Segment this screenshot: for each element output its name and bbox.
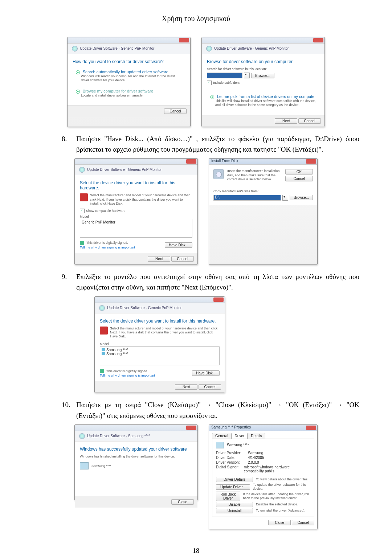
cancel-button[interactable]: Cancel	[171, 256, 194, 262]
step-text: Πατήστε με τη σειρά "Close (Κλείσιμο)" →…	[76, 399, 359, 421]
device-name: Samsung ****	[91, 464, 111, 468]
monitor-icon	[102, 352, 105, 355]
crumb-text: Update Driver Software - Generic PnP Mon…	[80, 46, 154, 50]
dialog-search-method: Update Driver Software - Generic PnP Mon…	[67, 37, 191, 127]
dialog-heading: Browse for driver software on your compu…	[207, 59, 319, 64]
value-date: 4/14/2005	[248, 456, 264, 460]
close-icon[interactable]	[213, 297, 224, 302]
shield-icon	[80, 241, 84, 245]
model-list[interactable]: Generic PnP Monitor	[80, 219, 192, 238]
dialog-heading: Windows has successfully updated your dr…	[80, 447, 192, 452]
dialog-title: Samsung **** Properties	[211, 425, 251, 429]
crumb-text: Update Driver Software - Generic PnP Mon…	[107, 305, 181, 309]
tab-driver[interactable]: Driver	[232, 433, 248, 439]
close-icon[interactable]	[186, 159, 196, 164]
option-pick-from-list[interactable]: Let me pick from a list of device driver…	[207, 92, 319, 110]
radio-icon	[76, 70, 80, 74]
column-header: Model	[100, 342, 220, 346]
close-button[interactable]: Close	[171, 499, 194, 505]
have-disk-button[interactable]: Have Disk...	[192, 370, 220, 376]
close-icon[interactable]	[306, 159, 316, 164]
crumb-text: Update Driver Software - Generic PnP Mon…	[87, 168, 162, 172]
dialog-browse-location: Update Driver Software - Generic PnP Mon…	[201, 37, 325, 127]
path-input[interactable]: D:\	[213, 195, 281, 201]
header-rule	[33, 26, 359, 26]
dropdown-icon[interactable]	[282, 195, 288, 201]
cancel-button[interactable]: Cancel	[199, 384, 221, 390]
next-button[interactable]: Next	[275, 118, 297, 124]
label-signer: Digital Signer:	[216, 465, 241, 473]
dialog-install-from-disk: Install From Disk Insert the manufacture…	[209, 158, 318, 264]
step-8: 8. Πατήστε "Have Disk... (Από δίσκο…)" ,…	[62, 134, 359, 155]
step-number: 8.	[62, 134, 76, 155]
signed-text: This driver is digitally signed.	[86, 241, 128, 245]
cancel-button[interactable]: Cancel	[285, 176, 313, 181]
label-version: Driver Version:	[216, 460, 245, 464]
tab-details[interactable]: Details	[248, 433, 265, 439]
copy-from-label: Copy manufacturer's files from:	[213, 189, 313, 193]
option-browse-computer[interactable]: Browse my computer for driver software L…	[73, 86, 185, 100]
path-input[interactable]	[207, 73, 242, 78]
rollback-driver-button[interactable]: Roll Back Driver	[216, 492, 240, 501]
dialog-subtext: Select the manufacturer and model of you…	[90, 193, 192, 206]
cancel-button[interactable]: Cancel	[292, 520, 314, 525]
update-driver-button[interactable]: Update Driver...	[216, 484, 250, 490]
column-header: Model	[80, 215, 192, 219]
browse-button[interactable]: Browse...	[290, 195, 313, 200]
close-icon[interactable]	[313, 38, 323, 42]
value-version: 2.0.0.0	[248, 460, 259, 464]
step-number: 9.	[62, 271, 76, 293]
radio-icon	[76, 90, 80, 94]
dialog-heading: How do you want to search for driver sof…	[73, 59, 185, 64]
install-text: Insert the manufacturer's installation d…	[227, 169, 282, 181]
step-10: 10. Πατήστε με τη σειρά "Close (Κλείσιμο…	[62, 399, 359, 421]
next-button[interactable]: Next	[175, 384, 197, 390]
dialog-select-driver: Update Driver Software - Generic PnP Mon…	[74, 158, 198, 264]
checkbox-show-compatible[interactable]	[80, 209, 85, 213]
link-signing-info[interactable]: Tell me why driver signing is important	[80, 246, 135, 249]
monitor-icon	[216, 442, 224, 448]
disk-icon	[213, 169, 224, 179]
ok-button[interactable]: OK	[285, 169, 313, 175]
close-icon[interactable]	[306, 426, 316, 430]
browse-button[interactable]: Browse...	[251, 73, 274, 78]
dialog-heading: Select the device driver you want to ins…	[80, 180, 192, 190]
dialog-update-success: Update Driver Software - Samsung **** Wi…	[74, 424, 198, 501]
have-disk-button[interactable]: Have Disk...	[165, 242, 192, 248]
crumb-text: Update Driver Software - Generic PnP Mon…	[214, 46, 289, 50]
dropdown-icon[interactable]	[244, 73, 250, 78]
list-item[interactable]: Samsung ****	[102, 348, 218, 352]
page-header: Χρήση του λογισμικού	[33, 15, 359, 23]
radio-icon	[210, 95, 214, 99]
dialog-title: Install From Disk	[211, 159, 238, 163]
tab-general[interactable]: General	[212, 433, 232, 439]
next-button[interactable]: Next	[148, 256, 170, 262]
close-button[interactable]: Close	[268, 520, 291, 525]
page-number: 18	[33, 544, 359, 554]
step-number: 10.	[62, 399, 76, 421]
dialog-heading: Select the device driver you want to ins…	[100, 319, 220, 324]
cancel-button[interactable]: Cancel	[164, 108, 187, 114]
model-list[interactable]: Samsung **** Samsung ****	[100, 346, 220, 365]
option-auto-search[interactable]: Search automatically for updated driver …	[73, 67, 185, 85]
checkbox-include-subfolders[interactable]	[207, 81, 212, 85]
driver-details-button[interactable]: Driver Details	[216, 477, 253, 482]
crumb-text: Update Driver Software - Samsung ****	[87, 434, 150, 438]
hardware-icon	[100, 327, 108, 335]
uninstall-button[interactable]: Uninstall	[216, 508, 253, 513]
cancel-button[interactable]: Cancel	[298, 118, 321, 124]
list-item[interactable]: Generic PnP Monitor	[82, 220, 191, 224]
label-search-location: Search for driver software in this locat…	[207, 67, 319, 71]
label-provider: Driver Provider:	[216, 451, 245, 455]
dialog-select-model: Update Driver Software - Generic PnP Mon…	[94, 296, 225, 393]
signed-text: This driver is digitally signed.	[106, 369, 148, 373]
value-signer: microsoft windows hardware compatibility…	[244, 465, 310, 473]
close-icon[interactable]	[179, 38, 189, 42]
disable-button[interactable]: Disable	[216, 502, 253, 507]
list-item[interactable]: Samsung ****	[102, 352, 218, 356]
dialog-subtext: Select the manufacturer and model of you…	[110, 327, 220, 339]
link-signing-info[interactable]: Tell me why driver signing is important	[100, 374, 155, 377]
step-text: Πατήστε "Have Disk... (Από δίσκο…)" , επ…	[76, 134, 359, 155]
close-icon[interactable]	[186, 426, 196, 430]
monitor-icon	[102, 348, 105, 351]
